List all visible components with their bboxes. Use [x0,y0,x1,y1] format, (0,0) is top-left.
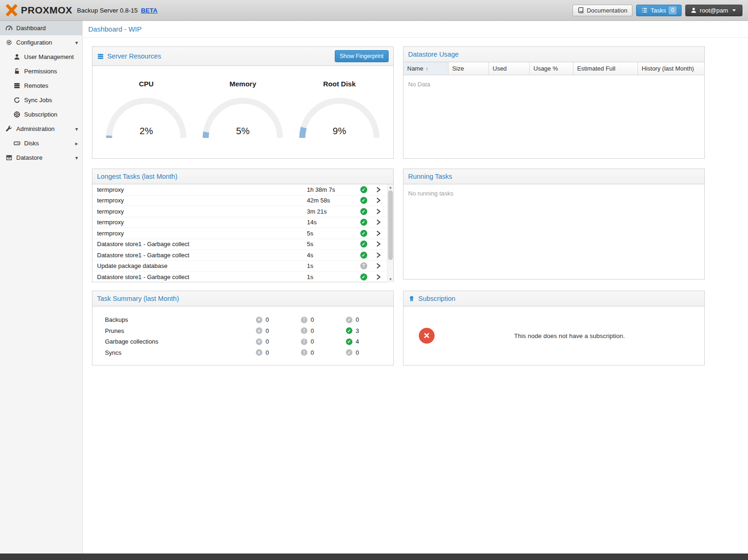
sidebar-item-administration[interactable]: Administration▾ [0,122,82,136]
sidebar-item-remotes[interactable]: Remotes [0,78,82,93]
ok-icon: ✓ [346,349,352,356]
chevron-right-icon[interactable] [371,197,385,203]
subscription-panel: Subscription × This node does not have a… [403,291,705,365]
subscription-header: Subscription [403,291,704,306]
sidebar-item-datastore[interactable]: Datastore▾ [0,150,82,165]
status-ok-icon: ✓ [360,230,367,237]
error-icon: × [256,327,262,334]
task-duration: 14s [307,219,356,226]
task-row[interactable]: termproxy42m 58s✓ [92,195,393,207]
brand-name: PROXMOX [21,5,72,16]
column-header-label: Used [493,65,507,72]
task-status: ✓ [356,197,371,204]
sidebar-item-label: Disks [24,140,39,147]
task-name: termproxy [97,230,307,237]
task-duration: 5s [307,241,356,247]
sidebar: DashboardConfiguration▾User ManagementPe… [0,21,83,553]
datastore-usage-header-bar: Datastore Usage [403,47,704,62]
task-row[interactable]: termproxy3m 21s✓ [92,206,393,217]
status-ok-icon: ✓ [360,208,367,215]
scrollbar-thumb[interactable] [388,190,393,260]
sidebar-item-subscription[interactable]: Subscription [0,107,82,122]
sidebar-item-sync-jobs[interactable]: Sync Jobs [0,93,82,107]
server-resources-icon [97,53,104,60]
chevron-right-icon[interactable] [371,241,385,247]
chevron-right-icon[interactable] [371,263,385,269]
chevron-right-icon[interactable] [371,230,385,236]
task-row[interactable]: Datastore store1 - Garbage collect1s✓ [92,272,393,282]
task-summary-error-cell: ×0 [256,316,301,323]
chevron-right-icon[interactable] [371,252,385,258]
chevron-right-icon[interactable] [371,187,385,193]
bottom-bar [0,553,748,560]
chevron-down-icon[interactable]: ▾ [75,39,78,46]
column-header-name[interactable]: Name↑ [403,62,449,75]
chevron-down-icon[interactable]: ▾ [75,126,78,132]
sidebar-item-dashboard[interactable]: Dashboard [0,21,82,35]
task-name: Datastore store1 - Garbage collect [97,252,307,259]
sidebar-item-permissions[interactable]: Permissions [0,64,82,78]
chevron-right-icon[interactable] [371,219,385,225]
task-row[interactable]: termproxy1h 38m 7s✓ [92,184,393,195]
scroll-down-icon[interactable]: ▼ [388,276,393,282]
chevron-right-icon[interactable]: ▸ [75,140,78,147]
sidebar-item-disks[interactable]: Disks▸ [0,136,82,150]
column-header-used[interactable]: Used [489,62,530,75]
datastore-usage-header: Name↑SizeUsedUsage %Estimated FullHistor… [403,62,704,75]
column-header-usage[interactable]: Usage % [530,62,573,75]
unlock-icon [13,68,21,75]
show-fingerprint-button[interactable]: Show Fingerprint [335,50,389,62]
task-status: ? [356,262,371,269]
task-row[interactable]: Update package database1s? [92,261,393,272]
gauges: CPU2%Memory5%Root Disk9% [92,66,393,142]
status-ok-icon: ✓ [360,186,367,193]
sidebar-item-label: Datastore [16,154,42,161]
refresh-icon [13,97,21,104]
task-summary-ok-count: 4 [356,338,359,345]
task-summary-warning-count: 0 [311,349,314,356]
chevron-right-icon[interactable] [371,208,385,215]
longest-tasks-panel: Longest Tasks (last Month) termproxy1h 3… [92,169,394,282]
task-row[interactable]: termproxy14s✓ [92,217,393,228]
tasks-count-badge: 0 [669,7,676,14]
show-fingerprint-label: Show Fingerprint [340,53,384,59]
gauge-memory: Memory5% [200,80,286,142]
beta-link[interactable]: BETA [141,7,157,14]
longest-tasks-list: termproxy1h 38m 7s✓termproxy42m 58s✓term… [92,184,393,282]
task-summary-warning-count: 0 [311,327,314,334]
sidebar-item-label: Subscription [24,111,58,118]
subscription-title: Subscription [418,295,455,302]
task-row[interactable]: termproxy5s✓ [92,228,393,239]
server-resources-header: Server Resources Show Fingerprint [92,47,393,66]
scrollbar[interactable]: ▲ ▼ [387,184,393,282]
task-summary-title: Task Summary (last Month) [97,295,179,302]
documentation-button[interactable]: Documentation [572,5,632,16]
gauge-cpu: CPU2% [104,80,189,142]
ok-icon: ✓ [346,317,352,323]
column-header-estimated-full[interactable]: Estimated Full [573,62,638,75]
status-ok-icon: ✓ [360,241,367,247]
task-row[interactable]: Datastore store1 - Garbage collect4s✓ [92,250,393,261]
task-summary-label: Garbage collections [92,338,256,345]
column-header-history-last-month[interactable]: History (last Month) [638,62,704,75]
product-version: Backup Server 0.8-15 [77,7,138,14]
column-header-size[interactable]: Size [449,62,489,75]
tasks-button[interactable]: Tasks 0 [636,5,682,16]
user-menu-button[interactable]: root@pam [685,5,742,16]
task-row[interactable]: Datastore store1 - Garbage collect5s✓ [92,239,393,250]
longest-tasks-body: termproxy1h 38m 7s✓termproxy42m 58s✓term… [92,184,393,282]
task-duration: 1h 38m 7s [307,186,356,193]
chevron-down-icon[interactable]: ▾ [75,155,78,161]
scroll-up-icon[interactable]: ▲ [388,184,393,190]
wrench-icon [5,125,13,132]
task-duration: 1s [307,262,356,269]
running-tasks-title: Running Tasks [408,173,452,180]
sidebar-item-configuration[interactable]: Configuration▾ [0,35,82,50]
task-summary-warning-cell: !0 [301,338,346,345]
status-ok-icon: ✓ [360,219,367,226]
task-summary-ok-cell: ✓0 [346,316,391,323]
task-summary-ok-cell: ✓3 [346,327,391,334]
chevron-right-icon[interactable] [371,274,385,280]
datastore-usage-empty-text: No Data [403,75,704,93]
sidebar-item-user-management[interactable]: User Management [0,50,82,64]
